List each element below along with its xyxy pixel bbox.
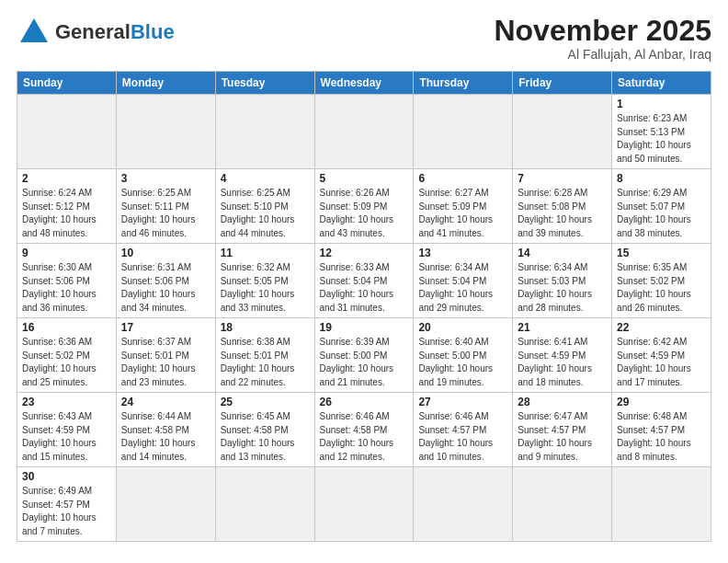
calendar-cell: 20Sunrise: 6:40 AM Sunset: 5:00 PM Dayli… [414, 318, 513, 393]
calendar-cell: 29Sunrise: 6:48 AM Sunset: 4:57 PM Dayli… [612, 393, 711, 467]
calendar-cell [17, 95, 117, 169]
day-info: Sunrise: 6:32 AM Sunset: 5:05 PM Dayligh… [221, 261, 310, 315]
day-info: Sunrise: 6:36 AM Sunset: 5:02 PM Dayligh… [22, 336, 111, 389]
day-number: 2 [22, 172, 111, 185]
day-info: Sunrise: 6:46 AM Sunset: 4:57 PM Dayligh… [418, 410, 507, 464]
calendar-cell: 28Sunrise: 6:47 AM Sunset: 4:57 PM Dayli… [513, 393, 612, 467]
day-number: 13 [418, 247, 507, 259]
logo-general: General [55, 20, 131, 43]
day-info: Sunrise: 6:27 AM Sunset: 5:09 PM Dayligh… [418, 187, 507, 240]
day-number: 5 [320, 172, 409, 185]
calendar-cell [116, 467, 215, 542]
day-info: Sunrise: 6:25 AM Sunset: 5:10 PM Dayligh… [221, 187, 310, 240]
day-number: 25 [221, 396, 310, 408]
weekday-header-tuesday: Tuesday [215, 72, 314, 95]
calendar-cell [215, 95, 314, 169]
calendar-cell [414, 95, 513, 169]
day-info: Sunrise: 6:33 AM Sunset: 5:04 PM Dayligh… [320, 261, 409, 315]
calendar-cell: 15Sunrise: 6:35 AM Sunset: 5:02 PM Dayli… [612, 244, 711, 318]
calendar-cell: 4Sunrise: 6:25 AM Sunset: 5:10 PM Daylig… [215, 169, 314, 244]
calendar-cell: 16Sunrise: 6:36 AM Sunset: 5:02 PM Dayli… [17, 318, 117, 393]
day-number: 30 [22, 470, 111, 483]
weekday-header-monday: Monday [116, 72, 215, 95]
calendar-cell: 6Sunrise: 6:27 AM Sunset: 5:09 PM Daylig… [414, 169, 513, 244]
month-title: November 2025 [494, 15, 711, 47]
day-info: Sunrise: 6:31 AM Sunset: 5:06 PM Dayligh… [121, 261, 210, 315]
day-number: 21 [518, 321, 607, 334]
day-number: 24 [121, 396, 210, 408]
weekday-header-friday: Friday [513, 72, 612, 95]
calendar-week-1: 2Sunrise: 6:24 AM Sunset: 5:12 PM Daylig… [17, 169, 711, 244]
calendar-table: SundayMondayTuesdayWednesdayThursdayFrid… [17, 71, 711, 542]
calendar-cell: 11Sunrise: 6:32 AM Sunset: 5:05 PM Dayli… [215, 244, 314, 318]
day-number: 14 [518, 247, 607, 259]
calendar-cell: 14Sunrise: 6:34 AM Sunset: 5:03 PM Dayli… [513, 244, 612, 318]
day-info: Sunrise: 6:37 AM Sunset: 5:01 PM Dayligh… [121, 336, 210, 389]
day-info: Sunrise: 6:41 AM Sunset: 4:59 PM Dayligh… [518, 336, 607, 389]
day-number: 8 [617, 172, 706, 185]
day-info: Sunrise: 6:49 AM Sunset: 4:57 PM Dayligh… [22, 485, 111, 538]
calendar-cell: 22Sunrise: 6:42 AM Sunset: 4:59 PM Dayli… [612, 318, 711, 393]
weekday-header-thursday: Thursday [414, 72, 513, 95]
day-number: 3 [121, 172, 210, 185]
day-info: Sunrise: 6:42 AM Sunset: 4:59 PM Dayligh… [617, 336, 706, 389]
logo: GeneralBlue [17, 15, 175, 50]
day-info: Sunrise: 6:47 AM Sunset: 4:57 PM Dayligh… [518, 410, 607, 464]
day-info: Sunrise: 6:34 AM Sunset: 5:04 PM Dayligh… [418, 261, 507, 315]
calendar-cell [513, 95, 612, 169]
day-number: 22 [617, 321, 706, 334]
calendar-cell: 21Sunrise: 6:41 AM Sunset: 4:59 PM Dayli… [513, 318, 612, 393]
day-number: 26 [320, 396, 409, 408]
calendar-week-0: 1Sunrise: 6:23 AM Sunset: 5:13 PM Daylig… [17, 95, 711, 169]
calendar-week-3: 16Sunrise: 6:36 AM Sunset: 5:02 PM Dayli… [17, 318, 711, 393]
day-info: Sunrise: 6:43 AM Sunset: 4:59 PM Dayligh… [22, 410, 111, 464]
day-number: 12 [320, 247, 409, 259]
calendar-cell: 17Sunrise: 6:37 AM Sunset: 5:01 PM Dayli… [116, 318, 215, 393]
title-block: November 2025 Al Fallujah, Al Anbar, Ira… [494, 15, 711, 62]
day-number: 15 [617, 247, 706, 259]
calendar-cell: 10Sunrise: 6:31 AM Sunset: 5:06 PM Dayli… [116, 244, 215, 318]
calendar-cell: 2Sunrise: 6:24 AM Sunset: 5:12 PM Daylig… [17, 169, 117, 244]
day-info: Sunrise: 6:29 AM Sunset: 5:07 PM Dayligh… [617, 187, 706, 240]
calendar-week-4: 23Sunrise: 6:43 AM Sunset: 4:59 PM Dayli… [17, 393, 711, 467]
day-number: 19 [320, 321, 409, 334]
day-info: Sunrise: 6:35 AM Sunset: 5:02 PM Dayligh… [617, 261, 706, 315]
day-number: 10 [121, 247, 210, 259]
day-number: 9 [22, 247, 111, 259]
calendar-cell: 23Sunrise: 6:43 AM Sunset: 4:59 PM Dayli… [17, 393, 117, 467]
calendar-cell: 5Sunrise: 6:26 AM Sunset: 5:09 PM Daylig… [314, 169, 414, 244]
day-number: 23 [22, 396, 111, 408]
header: GeneralBlue November 2025 Al Fallujah, A… [17, 15, 711, 62]
logo-blue: Blue [131, 20, 175, 43]
day-number: 16 [22, 321, 111, 334]
location: Al Fallujah, Al Anbar, Iraq [494, 47, 711, 62]
day-info: Sunrise: 6:46 AM Sunset: 4:58 PM Dayligh… [320, 410, 409, 464]
calendar-cell: 3Sunrise: 6:25 AM Sunset: 5:11 PM Daylig… [116, 169, 215, 244]
day-info: Sunrise: 6:34 AM Sunset: 5:03 PM Dayligh… [518, 261, 607, 315]
day-number: 4 [221, 172, 310, 185]
weekday-header-sunday: Sunday [17, 72, 117, 95]
calendar-cell: 1Sunrise: 6:23 AM Sunset: 5:13 PM Daylig… [612, 95, 711, 169]
day-number: 20 [418, 321, 507, 334]
weekday-header-row: SundayMondayTuesdayWednesdayThursdayFrid… [17, 72, 711, 95]
calendar-cell: 18Sunrise: 6:38 AM Sunset: 5:01 PM Dayli… [215, 318, 314, 393]
day-info: Sunrise: 6:40 AM Sunset: 5:00 PM Dayligh… [418, 336, 507, 389]
calendar-cell [215, 467, 314, 542]
calendar-cell [314, 467, 414, 542]
calendar-cell: 25Sunrise: 6:45 AM Sunset: 4:58 PM Dayli… [215, 393, 314, 467]
calendar-week-5: 30Sunrise: 6:49 AM Sunset: 4:57 PM Dayli… [17, 467, 711, 542]
day-info: Sunrise: 6:38 AM Sunset: 5:01 PM Dayligh… [221, 336, 310, 389]
calendar-week-2: 9Sunrise: 6:30 AM Sunset: 5:06 PM Daylig… [17, 244, 711, 318]
day-info: Sunrise: 6:25 AM Sunset: 5:11 PM Dayligh… [121, 187, 210, 240]
day-info: Sunrise: 6:48 AM Sunset: 4:57 PM Dayligh… [617, 410, 706, 464]
day-info: Sunrise: 6:44 AM Sunset: 4:58 PM Dayligh… [121, 410, 210, 464]
day-info: Sunrise: 6:24 AM Sunset: 5:12 PM Dayligh… [22, 187, 111, 240]
calendar-cell: 26Sunrise: 6:46 AM Sunset: 4:58 PM Dayli… [314, 393, 414, 467]
day-info: Sunrise: 6:28 AM Sunset: 5:08 PM Dayligh… [518, 187, 607, 240]
day-info: Sunrise: 6:45 AM Sunset: 4:58 PM Dayligh… [221, 410, 310, 464]
day-number: 27 [418, 396, 507, 408]
day-info: Sunrise: 6:39 AM Sunset: 5:00 PM Dayligh… [320, 336, 409, 389]
calendar-cell: 7Sunrise: 6:28 AM Sunset: 5:08 PM Daylig… [513, 169, 612, 244]
calendar-cell [314, 95, 414, 169]
calendar-cell: 30Sunrise: 6:49 AM Sunset: 4:57 PM Dayli… [17, 467, 117, 542]
